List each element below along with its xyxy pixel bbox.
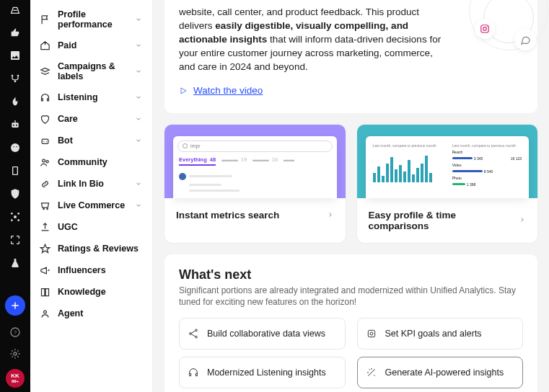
card-thumb-teal: Last month, compare to previous month La…	[357, 125, 538, 198]
svg-point-6	[11, 143, 19, 152]
svg-point-31	[370, 332, 373, 335]
agent-icon	[39, 308, 50, 319]
rail-icon-scan[interactable]	[9, 233, 22, 246]
tag-icon	[39, 40, 50, 51]
card-easy-comparisons[interactable]: Last month, compare to previous month La…	[357, 125, 538, 243]
rail-avatar[interactable]: KK 99+	[6, 369, 25, 388]
rail-icon-device[interactable]	[9, 164, 22, 177]
users-icon	[39, 156, 50, 168]
nav-item-listening[interactable]: Listening	[39, 86, 144, 108]
svg-text:?: ?	[14, 329, 17, 336]
comment-icon	[514, 29, 536, 50]
svg-point-29	[196, 336, 198, 338]
svg-point-22	[46, 160, 48, 162]
share-icon	[187, 327, 200, 340]
instagram-icon	[475, 19, 495, 39]
nav-item-ratings[interactable]: Ratings & Reviews	[39, 238, 144, 259]
nav-item-livecommerce[interactable]: Live Commerce	[39, 195, 144, 216]
nav-item-linkinbio[interactable]: Link In Bio	[39, 173, 144, 195]
wn-card-collab: Build collaborative data views	[179, 318, 346, 349]
rail-icon-home[interactable]	[9, 3, 22, 16]
hero-decoration	[462, 0, 537, 65]
megaphone-icon	[39, 264, 50, 276]
book-icon	[39, 286, 50, 298]
whats-next-sub: Significant portions are already integra…	[179, 285, 523, 308]
upload-icon	[39, 221, 50, 233]
wn-card-kpi: Set KPI goals and alerts	[357, 318, 524, 349]
rail-icon-help[interactable]: ?	[9, 326, 22, 339]
svg-point-2	[14, 81, 17, 83]
chevron-down-icon	[133, 40, 144, 50]
chevron-right-icon	[327, 210, 334, 220]
svg-point-26	[487, 26, 488, 27]
rail-icon-branch[interactable]	[9, 72, 22, 85]
cart-icon	[39, 200, 50, 211]
svg-point-27	[196, 329, 198, 331]
svg-point-19	[43, 141, 44, 141]
svg-rect-24	[481, 25, 489, 33]
wn-card-listening: Modernized Listening insights	[179, 357, 346, 388]
nav-item-community[interactable]: Community	[39, 151, 144, 173]
svg-point-20	[45, 141, 46, 141]
rail-icon-network[interactable]	[9, 210, 22, 223]
nav-item-knowledge[interactable]: Knowledge	[39, 281, 144, 303]
chevron-down-icon	[133, 200, 144, 210]
link-icon	[39, 178, 50, 190]
nav-item-ugc[interactable]: UGC	[39, 216, 144, 238]
nav-item-paid[interactable]: Paid	[39, 35, 144, 56]
svg-point-21	[42, 159, 45, 162]
nav-item-campaigns[interactable]: Campaigns & labels	[39, 56, 144, 86]
card-instant-metrics[interactable]: impr Everything 48 ▬▬▬ 19 ▬▬▬ 16 ▬▬	[164, 125, 346, 243]
svg-point-10	[14, 215, 17, 218]
rail-icon-face[interactable]	[9, 141, 22, 154]
chevron-right-icon	[519, 215, 526, 226]
rail-icon-thumb[interactable]	[9, 26, 22, 39]
main-content: website, call center, and product feedba…	[153, 0, 549, 392]
rail-icon-robot[interactable]	[9, 118, 22, 131]
nav-item-profile-performance[interactable]: Profile performance	[39, 4, 144, 35]
rail-icon-settings[interactable]	[9, 347, 22, 360]
nav-item-influencers[interactable]: Influencers	[39, 259, 144, 281]
svg-point-7	[13, 146, 14, 147]
side-nav: Profile performance Paid Campaigns & lab…	[30, 0, 153, 392]
flag-icon	[39, 14, 50, 25]
chevron-down-icon	[133, 114, 144, 124]
rail-fab-add[interactable]	[5, 295, 25, 316]
svg-point-0	[12, 75, 14, 77]
nav-item-bot[interactable]: Bot	[39, 130, 144, 151]
star-icon	[39, 243, 50, 254]
svg-point-8	[16, 146, 17, 147]
layers-icon	[39, 66, 50, 77]
svg-point-13	[11, 219, 13, 221]
whats-next-block: What's next Significant portions are alr…	[164, 254, 537, 392]
target-icon	[365, 327, 378, 340]
chevron-down-icon	[133, 135, 144, 146]
intro-block: website, call center, and product feedba…	[164, 0, 537, 113]
svg-point-17	[14, 352, 17, 355]
nav-item-agent[interactable]: Agent	[39, 303, 144, 324]
svg-rect-18	[42, 139, 48, 143]
rail-icon-shield[interactable]	[9, 187, 22, 200]
card-title: Easy profile & time comparisons	[369, 210, 519, 231]
intro-text: website, call center, and product feedba…	[179, 6, 446, 74]
watch-video-link[interactable]: Watch the video	[179, 85, 263, 96]
rail-icon-flask[interactable]	[9, 257, 22, 270]
svg-point-11	[11, 213, 13, 215]
nav-item-care[interactable]: Care	[39, 108, 144, 130]
svg-point-28	[190, 333, 192, 335]
rail-icon-fire[interactable]	[9, 95, 22, 108]
robot-icon	[39, 135, 50, 146]
chevron-down-icon	[133, 92, 144, 102]
rail-icon-image[interactable]	[9, 49, 22, 62]
card-thumb-purple: impr Everything 48 ▬▬▬ 19 ▬▬▬ 16 ▬▬	[164, 125, 346, 198]
wn-card-ai: Generate AI-powered insights	[357, 357, 524, 388]
svg-rect-3	[12, 122, 18, 128]
svg-point-25	[483, 27, 487, 31]
svg-rect-30	[368, 330, 374, 337]
headphones-icon	[187, 366, 200, 379]
card-title: Instant metrics search	[176, 210, 279, 220]
avatar-initials: KK	[11, 373, 19, 379]
chevron-down-icon	[133, 14, 144, 24]
heart-icon	[39, 113, 50, 125]
whats-next-heading: What's next	[179, 267, 523, 282]
